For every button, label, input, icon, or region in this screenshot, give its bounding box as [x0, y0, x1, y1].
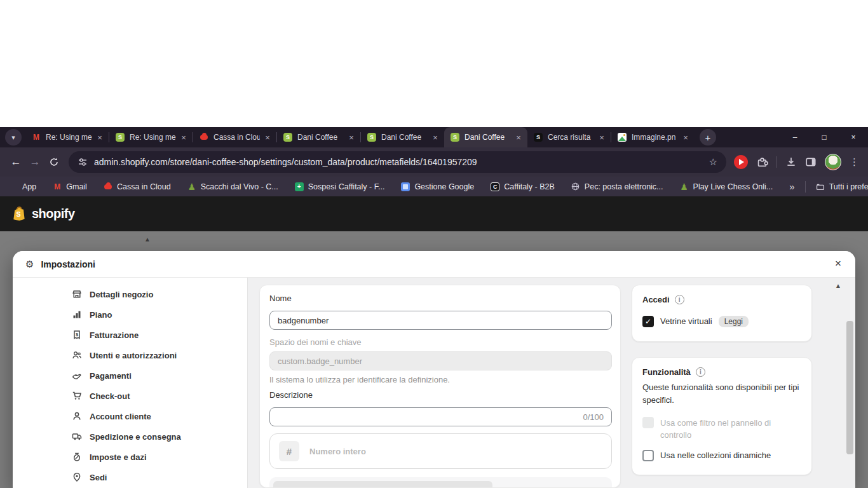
apps-grid-icon: [9, 182, 18, 191]
gmail-icon: M: [53, 182, 62, 191]
bookmark-label: Cassa in Cloud: [117, 182, 171, 191]
bookmark-item[interactable]: Pec: posta elettronic...: [571, 182, 663, 191]
tab-close-icon[interactable]: ×: [597, 133, 607, 142]
description-input[interactable]: 0/100: [269, 407, 612, 426]
tab-close-icon[interactable]: ×: [262, 133, 273, 142]
bookmark-item[interactable]: ♟ Scacchi dal Vivo - C...: [187, 182, 278, 191]
sidebar-item-fatturazione[interactable]: $ Fatturazione: [13, 325, 248, 345]
sidebar-item-dettagli-negozio[interactable]: Dettagli negozio: [13, 284, 248, 304]
billing-icon: $: [71, 330, 82, 341]
browser-tab[interactable]: Immagine.pn ×: [611, 127, 695, 147]
bookmark-item[interactable]: Gestione Google: [401, 182, 474, 191]
bookmark-item[interactable]: Cassa in Cloud: [104, 182, 171, 191]
bookmark-label: Gestione Google: [414, 182, 474, 191]
browser-tab[interactable]: S Dani Coffee ×: [361, 127, 444, 147]
sidebar-item-piano[interactable]: Piano: [13, 304, 248, 325]
shopify-logo[interactable]: S shopify: [10, 205, 75, 222]
bookmark-item[interactable]: M Gmail: [53, 182, 87, 191]
tab-close-icon[interactable]: ×: [346, 133, 356, 142]
address-bar[interactable]: admin.shopify.com/store/dani-coffee-shop…: [69, 151, 726, 173]
modal-close-icon[interactable]: ×: [835, 257, 841, 270]
profile-avatar[interactable]: [825, 154, 841, 170]
tab-close-icon[interactable]: ×: [95, 133, 105, 142]
reload-button[interactable]: [44, 152, 64, 172]
customer-icon: [71, 411, 82, 422]
all-bookmarks-button[interactable]: Tutti i preferiti: [816, 182, 868, 191]
shopify-dark-favicon-icon: S: [534, 133, 543, 142]
sidebar-item-check-out[interactable]: Check-out: [13, 386, 248, 406]
description-label: Descrizione: [269, 390, 313, 400]
browser-menu-icon[interactable]: ⋮: [850, 156, 859, 168]
sidebar-item-utenti-e-autorizzazioni[interactable]: Utenti e autorizzazioni: [13, 345, 248, 365]
namespace-label: Spazio dei nomi e chiave: [269, 337, 362, 347]
shopify-favicon-icon: S: [451, 133, 459, 142]
modal-scroll-up-icon[interactable]: ▲: [835, 282, 841, 289]
content-type-label: Numero intero: [309, 447, 366, 456]
toolbar-divider: [776, 156, 777, 168]
browser-tab[interactable]: Cassa in Clou ×: [193, 127, 276, 147]
sidebar-item-label: Account cliente: [90, 412, 151, 421]
tab-label: Re: Using me: [46, 133, 92, 142]
sidebar-item-label: Utenti e autorizzazioni: [90, 351, 177, 360]
bookmark-item[interactable]: ♟ Play Live Chess Onli...: [680, 182, 773, 191]
tab-label: Cassa in Clou: [214, 133, 260, 142]
collections-checkbox[interactable]: [642, 450, 654, 461]
youtube-extension-icon[interactable]: [734, 155, 748, 169]
site-info-icon[interactable]: [78, 157, 88, 167]
tab-close-icon[interactable]: ×: [681, 133, 691, 142]
bookmark-item[interactable]: App: [9, 182, 36, 191]
browser-tab-active[interactable]: S Dani Coffee ×: [444, 127, 527, 147]
access-title: Accedi: [642, 295, 670, 304]
back-button[interactable]: ←: [6, 152, 25, 172]
sidebar-item-imposte-e-dazi[interactable]: Imposte e dazi: [13, 447, 248, 467]
shopify-favicon-icon: S: [283, 133, 292, 142]
tab-label: Immagine.pn: [632, 133, 678, 142]
content-type-selector[interactable]: # Numero intero: [269, 433, 612, 469]
bookmark-star-icon[interactable]: ☆: [709, 156, 717, 168]
loading-placeholder: [269, 477, 612, 488]
window-minimize-button[interactable]: –: [780, 127, 810, 147]
shopify-favicon-icon: S: [116, 133, 125, 142]
sidebar-item-spedizione-e-consegna[interactable]: Spedizione e consegna: [13, 426, 248, 447]
gear-icon: ⚙: [25, 259, 34, 270]
sidebar-item-sedi[interactable]: Sedi: [13, 467, 248, 487]
plan-icon: [71, 309, 82, 320]
filter-option-label: Usa come filtro nel pannello di controll…: [660, 417, 801, 441]
bookmark-item[interactable]: C Caffitaly - B2B: [491, 182, 555, 191]
tab-search-button[interactable]: ▾: [5, 129, 22, 146]
browser-tab[interactable]: S Cerca risulta ×: [527, 127, 611, 147]
namespace-help-text: Il sistema lo utilizza per identificare …: [269, 375, 450, 384]
bookmark-item[interactable]: + Sospesi Caffitaly - F...: [295, 182, 385, 191]
browser-tab[interactable]: S Re: Using me ×: [109, 127, 193, 147]
settings-modal: ⚙ Impostazioni × Dettagli negozio Piano …: [13, 251, 855, 488]
new-tab-button[interactable]: +: [700, 129, 716, 146]
forward-button[interactable]: →: [25, 152, 44, 172]
download-icon[interactable]: [785, 156, 797, 168]
info-icon[interactable]: i: [696, 367, 705, 377]
bookmarks-overflow-icon[interactable]: »: [789, 181, 794, 192]
window-close-button[interactable]: ×: [839, 127, 868, 147]
tab-close-icon[interactable]: ×: [430, 133, 440, 142]
tab-close-icon[interactable]: ×: [179, 133, 189, 142]
tab-label: Cerca risulta: [548, 133, 594, 142]
spreadsheet-icon: +: [295, 182, 304, 191]
url-text[interactable]: admin.shopify.com/store/dani-coffee-shop…: [94, 157, 709, 167]
storefronts-checkbox[interactable]: ✓: [642, 316, 654, 327]
tab-close-icon[interactable]: ×: [513, 133, 524, 142]
sidebar-item-pagamenti[interactable]: Pagamenti: [13, 365, 248, 386]
payments-icon: [71, 370, 82, 381]
collections-option-label: Usa nelle collezioni dinamiche: [660, 449, 771, 461]
browser-tab[interactable]: S Dani Coffee ×: [277, 127, 360, 147]
bookmark-label: Gmail: [66, 182, 87, 191]
extensions-puzzle-icon[interactable]: [756, 156, 768, 168]
page-scroll-up-indicator[interactable]: ▲: [142, 236, 153, 242]
side-panel-icon[interactable]: [805, 156, 817, 168]
browser-tabstrip: ▾ M Re: Using me × S Re: Using me × Cass…: [0, 127, 868, 147]
browser-tab[interactable]: M Re: Using me ×: [25, 127, 109, 147]
modal-scrollbar-thumb[interactable]: [846, 321, 853, 454]
modal-header: ⚙ Impostazioni: [13, 251, 855, 278]
window-maximize-button[interactable]: □: [810, 127, 839, 147]
name-input[interactable]: badgenumber: [269, 311, 612, 330]
sidebar-item-account-cliente[interactable]: Account cliente: [13, 406, 248, 426]
info-icon[interactable]: i: [675, 295, 684, 304]
